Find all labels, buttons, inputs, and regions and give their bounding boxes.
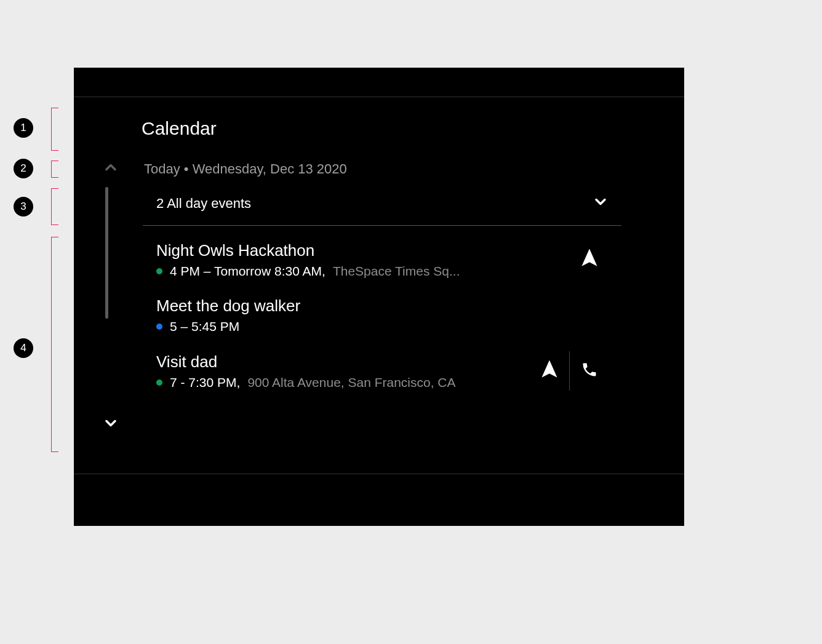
chevron-down-icon (592, 193, 609, 214)
event-main: Meet the dog walker5 – 5:45 PM (156, 296, 609, 334)
event-time: 4 PM – Tomorrow 8:30 AM, (170, 264, 325, 279)
navigate-button[interactable] (570, 240, 609, 279)
event-title: Meet the dog walker (156, 296, 609, 316)
event-main: Night Owls Hackathon4 PM – Tomorrow 8:30… (156, 241, 570, 279)
navigation-icon (540, 360, 559, 381)
event-location: TheSpace Times Sq... (333, 264, 460, 279)
calendar-app-window: Calendar Today • Wednesday, Dec 13 2020 … (74, 68, 684, 526)
annotation-bracket-3 (51, 188, 58, 225)
event-subtitle: 5 – 5:45 PM (156, 319, 609, 334)
event-main: Visit dad7 - 7:30 PM,900 Alta Avenue, Sa… (156, 352, 530, 390)
calendar-dot-icon (156, 324, 162, 330)
calendar-dot-icon (156, 380, 162, 386)
event-time: 5 – 5:45 PM (170, 319, 239, 334)
all-day-label: 2 All day events (156, 196, 251, 212)
navigation-icon (580, 249, 599, 270)
scroll-down-button[interactable] (102, 415, 119, 434)
event-title: Night Owls Hackathon (156, 241, 570, 260)
annotation-bracket-4 (51, 237, 58, 452)
event-location: 900 Alta Avenue, San Francisco, CA (247, 375, 455, 390)
annotation-marker-4: 4 (14, 338, 33, 358)
event-title: Visit dad (156, 352, 530, 372)
event-subtitle: 7 - 7:30 PM,900 Alta Avenue, San Francis… (156, 375, 530, 390)
nav-bar (74, 474, 684, 526)
event-actions (570, 240, 609, 279)
navigate-button[interactable] (530, 351, 569, 391)
call-button[interactable] (570, 351, 609, 391)
phone-icon (581, 361, 598, 381)
event-list: Night Owls Hackathon4 PM – Tomorrow 8:30… (143, 231, 621, 399)
annotation-marker-1: 1 (14, 118, 33, 138)
annotation-marker-2: 2 (14, 159, 33, 178)
event-row[interactable]: Meet the dog walker5 – 5:45 PM (143, 288, 621, 343)
annotation-marker-3: 3 (14, 197, 33, 217)
annotation-bracket-1 (51, 108, 58, 151)
annotation-bracket-2 (51, 161, 58, 178)
calendar-dot-icon (156, 268, 162, 274)
event-row[interactable]: Visit dad7 - 7:30 PM,900 Alta Avenue, Sa… (143, 343, 621, 399)
scroll-up-button[interactable] (102, 159, 119, 178)
status-bar (74, 68, 684, 97)
app-title: Calendar (142, 118, 217, 139)
event-actions (530, 351, 609, 391)
date-header: Today • Wednesday, Dec 13 2020 (144, 161, 347, 177)
event-subtitle: 4 PM – Tomorrow 8:30 AM,TheSpace Times S… (156, 264, 570, 279)
all-day-events-row[interactable]: 2 All day events (143, 182, 621, 226)
scrollbar-thumb[interactable] (105, 187, 108, 319)
event-row[interactable]: Night Owls Hackathon4 PM – Tomorrow 8:30… (143, 231, 621, 288)
calendar-content: Calendar Today • Wednesday, Dec 13 2020 … (74, 97, 684, 474)
event-time: 7 - 7:30 PM, (170, 375, 240, 390)
